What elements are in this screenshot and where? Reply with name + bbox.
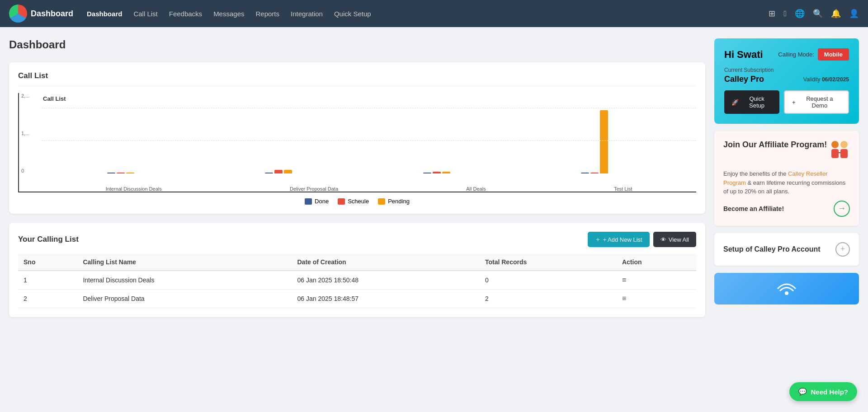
calley-wifi-icon	[775, 280, 798, 298]
apple-icon[interactable]: 	[783, 9, 787, 19]
svg-rect-3	[840, 149, 848, 158]
logo[interactable]: Dashboard	[9, 5, 73, 23]
nav-call-list[interactable]: Call List	[133, 8, 157, 19]
person1-icon	[830, 140, 850, 165]
navbar: Dashboard Dashboard Call List Feedbacks …	[0, 0, 868, 27]
calley-blue-card	[714, 273, 859, 304]
bell-icon[interactable]: 🔔	[831, 9, 841, 19]
brand-name[interactable]: Dashboard	[31, 9, 73, 19]
nav-reports[interactable]: Reports	[256, 8, 280, 19]
request-demo-button[interactable]: + Request a Demo	[784, 90, 849, 114]
chart-group-internal	[42, 173, 200, 173]
cell-action[interactable]: ≡	[617, 271, 696, 290]
bar-done-test	[581, 173, 589, 173]
cell-name: Deliver Proposal Data	[77, 290, 292, 308]
bars-test	[581, 110, 608, 173]
svg-point-5	[785, 291, 788, 295]
cell-name: Internal Discussion Deals	[77, 271, 292, 290]
globe-icon[interactable]: 🌐	[795, 9, 805, 19]
calling-mode-section: Calling Mode: Mobile	[778, 48, 849, 61]
quick-setup-label: Quick Setup	[741, 95, 772, 109]
action-menu-icon[interactable]: ≡	[622, 276, 626, 284]
rocket-icon: 🚀	[731, 99, 739, 106]
affiliate-link-text: Become an Affiliate!	[723, 205, 784, 212]
bar-pending-all	[442, 172, 450, 173]
add-new-list-button[interactable]: ＋ + Add New List	[588, 232, 650, 247]
bars-deliver	[265, 170, 292, 173]
calling-mode-label: Calling Mode:	[778, 51, 814, 58]
legend-dot-scheule	[338, 198, 345, 205]
eye-icon: 👁	[660, 236, 666, 243]
chart-group-all	[358, 172, 516, 173]
chart-container: 2,... 1,... 0	[18, 93, 696, 192]
x-label-internal: Internal Discussion Deals	[106, 186, 162, 192]
calling-list-title: Your Calling List	[18, 235, 79, 244]
cell-total: 2	[480, 290, 617, 308]
x-label-all: All Deals	[466, 186, 486, 192]
quick-setup-button[interactable]: 🚀 Quick Setup	[724, 90, 779, 114]
table-row: 1 Internal Discussion Deals 06 Jan 2025 …	[18, 271, 696, 290]
android-icon[interactable]: ⊞	[769, 9, 775, 19]
user-icon[interactable]: 👤	[849, 9, 859, 19]
legend-label-scheule: Scheule	[348, 198, 369, 205]
nav-feedbacks[interactable]: Feedbacks	[169, 8, 202, 19]
bar-scheule-internal	[117, 173, 125, 173]
setup-title: Setup of Calley Pro Account	[723, 245, 821, 253]
bar-done-deliver	[265, 173, 273, 173]
svg-point-0	[831, 141, 839, 148]
subscription-row: Calley Pro Validity 06/02/2025	[724, 75, 849, 84]
plus-demo-icon: +	[792, 99, 796, 106]
legend-label-done: Done	[315, 198, 329, 205]
validity-date: 06/02/2025	[822, 76, 849, 83]
legend-dot-pending	[378, 198, 385, 205]
cell-sno: 2	[18, 290, 77, 308]
bar-pending-test	[600, 110, 608, 173]
nav-quick-setup[interactable]: Quick Setup	[334, 8, 371, 19]
chart-groups	[42, 102, 674, 173]
hi-card-buttons: 🚀 Quick Setup + Request a Demo	[724, 90, 849, 114]
nav-dashboard[interactable]: Dashboard	[87, 8, 122, 19]
x-label-test: Test List	[614, 186, 632, 192]
cell-action[interactable]: ≡	[617, 290, 696, 308]
subscription-label: Current Subscription	[724, 67, 849, 73]
bar-pending-deliver	[284, 170, 292, 173]
search-icon[interactable]: 🔍	[813, 9, 823, 19]
hi-card-top: Hi Swati Calling Mode: Mobile	[724, 48, 849, 61]
y-label-2: 2,...	[21, 93, 29, 98]
grid-line-2	[42, 108, 696, 108]
chart-legend: Done Scheule Pending	[18, 198, 696, 205]
bars-internal	[107, 173, 134, 173]
chart-group-deliver	[200, 170, 358, 173]
calling-list-table: Sno Calling List Name Date of Creation T…	[18, 254, 696, 308]
affiliate-arrow-button[interactable]: →	[834, 201, 850, 217]
x-label-deliver: Deliver Proposal Data	[290, 186, 338, 192]
y-label-0: 0	[21, 168, 29, 173]
view-btn-label: View All	[669, 236, 689, 243]
svg-rect-1	[831, 149, 839, 158]
call-list-card-title: Call List	[18, 71, 696, 86]
y-axis-labels: 2,... 1,... 0	[21, 93, 29, 173]
hi-greeting: Hi Swati	[724, 49, 763, 61]
legend-pending: Pending	[378, 198, 410, 205]
bar-scheule-deliver	[274, 170, 283, 173]
cell-sno: 1	[18, 271, 77, 290]
plus-icon: ＋	[595, 235, 601, 243]
view-all-button[interactable]: 👁 View All	[653, 232, 696, 247]
main-content: Dashboard Call List Call List 2,... 1,..…	[0, 27, 868, 328]
nav-icons: ⊞  🌐 🔍 🔔 👤	[769, 9, 859, 19]
chart-group-test	[516, 110, 674, 173]
request-demo-label: Request a Demo	[798, 95, 841, 109]
cell-date: 06 Jan 2025 18:50:48	[292, 271, 480, 290]
legend-label-pending: Pending	[388, 198, 410, 205]
col-sno: Sno	[18, 254, 77, 271]
bar-done-internal	[107, 173, 115, 173]
nav-integration[interactable]: Integration	[291, 8, 323, 19]
col-action: Action	[617, 254, 696, 271]
setup-plus-button[interactable]: +	[835, 242, 850, 257]
legend-done: Done	[305, 198, 329, 205]
bar-scheule-all	[433, 172, 441, 173]
nav-messages[interactable]: Messages	[213, 8, 244, 19]
right-column: Hi Swati Calling Mode: Mobile Current Su…	[714, 38, 859, 317]
mobile-mode-button[interactable]: Mobile	[818, 48, 849, 61]
action-menu-icon[interactable]: ≡	[622, 295, 626, 302]
